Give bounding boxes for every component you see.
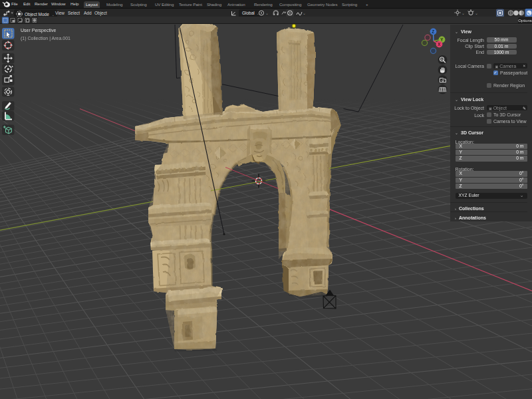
svg-text:⌄: ⌄ bbox=[265, 11, 269, 15]
svg-text:(1) Collection | Area.001: (1) Collection | Area.001 bbox=[21, 36, 70, 41]
svg-text:Z: Z bbox=[432, 29, 434, 34]
svg-text:User Perspective: User Perspective bbox=[21, 28, 56, 33]
svg-text:⌄: ⌄ bbox=[462, 11, 465, 15]
svg-text:⌄: ⌄ bbox=[303, 11, 306, 15]
svg-text:⌄: ⌄ bbox=[475, 11, 478, 15]
